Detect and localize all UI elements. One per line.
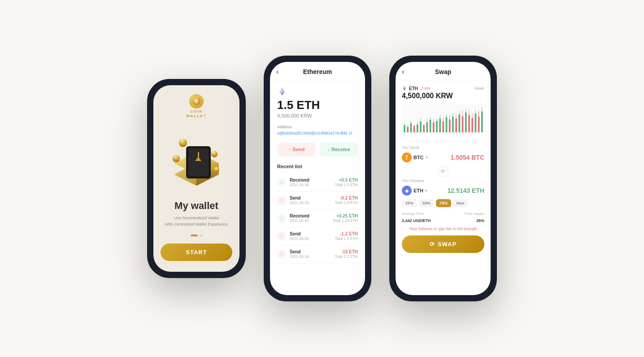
you-send-row: ₿ BTC ▾ 1.5054 BTC	[402, 152, 484, 162]
receive-amount: 12.5143 ETH	[448, 187, 485, 194]
wallet-subtitle: Use Decentralized Wallet With Centralize…	[165, 215, 228, 227]
btc-icon: ₿	[402, 152, 412, 162]
tx-sent-icon-4: ↑	[277, 232, 286, 241]
phones-container: COIN WALLET	[129, 38, 515, 319]
tx-total-4: Total 1.0 ETH	[335, 236, 358, 241]
tx-type-4: Send	[290, 231, 335, 236]
send-button[interactable]: ↑ Send	[277, 142, 316, 157]
svg-rect-42	[420, 122, 422, 132]
chart-section: ETH -2.4% Week 4,500,000 KRW	[402, 86, 484, 135]
svg-rect-80	[481, 112, 483, 132]
tx-amounts-3: +0.25 ETH Total 1.25 ETH	[333, 213, 358, 223]
eth-receive-icon: ◆	[402, 186, 412, 196]
swap-arrows: ⟳	[402, 166, 484, 177]
tx-info-3: Received 2021.05.25	[290, 213, 333, 223]
tx-amounts-4: -1.2 ETH Total 1.0 ETH	[335, 231, 358, 241]
dot-indicators	[191, 235, 202, 236]
tx-item-2: ↑ Send 2021.05.29 -0.2 ETH Total 1.0 ETH	[277, 192, 358, 209]
swap-exchange-icon[interactable]: ⟳	[438, 166, 448, 177]
percent-buttons: 25% 50% 75% Max	[402, 199, 484, 207]
svg-rect-72	[468, 115, 470, 132]
address-row: sdjfkdshfusdf1238dsfjii23:dfd834278:dfd8…	[277, 131, 358, 136]
you-receive-row: ◆ ETH ▾ 12.5143 ETH	[402, 186, 484, 196]
svg-rect-48	[430, 120, 431, 132]
svg-rect-70	[465, 113, 467, 132]
tx-item-3: ↓ Received 2021.05.25 +0.25 ETH Total 1.…	[277, 209, 358, 227]
svg-rect-60	[449, 119, 451, 132]
pct-50-button[interactable]: 50%	[419, 199, 434, 207]
tx-change-4: -1.2 ETH	[335, 231, 358, 236]
receive-token-select[interactable]: ◆ ETH ▾	[402, 186, 427, 196]
divider-1	[402, 140, 484, 141]
tx-total-5: Total 2.2 ETH	[335, 254, 358, 259]
eth-logo-icon	[277, 87, 287, 96]
phone-2: ‹ Ethereum 1.5 ETH 4,500,000 KRW	[264, 56, 371, 301]
pct-25-button[interactable]: 25%	[402, 199, 417, 207]
swap-screen: ‹ Swap ETH	[396, 62, 491, 295]
swap-header: ‹ Swap	[396, 62, 491, 80]
svg-point-21	[173, 155, 180, 161]
phone-2-screen: ‹ Ethereum 1.5 ETH 4,500,000 KRW	[270, 62, 365, 295]
price-impact-value: 35%	[476, 218, 484, 223]
tx-type-3: Received	[290, 213, 333, 218]
back-button[interactable]: ‹	[276, 68, 278, 76]
tx-amounts-5: -10 ETH Total 2.2 ETH	[335, 249, 358, 259]
eth-change-pct: -2.4%	[420, 86, 431, 91]
svg-rect-62	[452, 117, 454, 132]
tx-date-3: 2021.05.25	[290, 218, 333, 223]
receive-token-name: ETH	[413, 188, 423, 193]
address-text: sdjfkdshfusdf1238dsfjii23:dfd834278:dfd8	[277, 131, 347, 135]
send-token-select[interactable]: ₿ BTC ▾	[402, 152, 428, 162]
tx-type-1: Received	[290, 178, 335, 183]
receive-button[interactable]: ↓ Receive	[319, 142, 358, 157]
dot-active	[191, 235, 198, 236]
tx-type-2: Send	[290, 196, 335, 200]
tx-date-1: 2021.05.30	[290, 183, 335, 187]
pct-max-button[interactable]: Max	[453, 199, 468, 207]
tx-change-5: -10 ETH	[335, 249, 358, 254]
transaction-list: ↓ Received 2021.05.30 +0.5 ETH Total 1.5…	[277, 174, 358, 263]
swap-header-title: Swap	[435, 68, 452, 75]
svg-rect-38	[413, 126, 415, 132]
price-info: Average Price 2,442 USD/ETH Price Impact…	[402, 212, 484, 224]
tx-change-2: -0.2 ETH	[335, 196, 358, 200]
coin-logo-text: COIN WALLET	[187, 109, 207, 118]
wallet-illustration	[161, 122, 232, 200]
send-token-name: BTC	[413, 155, 424, 160]
copy-icon[interactable]: ⧉	[349, 131, 352, 136]
svg-rect-54	[439, 119, 441, 132]
tx-amounts-2: -0.2 ETH Total 1.0 ETH	[335, 196, 358, 205]
svg-rect-36	[410, 123, 412, 132]
week-label: Week	[474, 86, 484, 91]
svg-rect-66	[459, 114, 461, 132]
send-arrow-icon: ↑	[288, 147, 291, 152]
wallet-screen: COIN WALLET	[153, 85, 239, 272]
svg-rect-46	[426, 122, 428, 132]
svg-rect-74	[471, 118, 473, 132]
you-send-section: You Send ₿ BTC ▾ 1.5054 BTC	[402, 145, 484, 162]
tx-date-5: 2021.05.18	[290, 254, 335, 259]
start-button[interactable]: START	[161, 244, 232, 261]
swap-content: ETH -2.4% Week 4,500,000 KRW	[396, 80, 491, 295]
address-label: Address	[277, 125, 358, 129]
pct-75-button[interactable]: 75%	[436, 199, 451, 207]
price-impact-label: Price Impact	[465, 212, 484, 216]
tx-item-1: ↓ Received 2021.05.30 +0.5 ETH Total 1.5…	[277, 174, 358, 192]
svg-point-23	[214, 167, 219, 171]
eth-header: ‹ Ethereum	[270, 62, 365, 80]
tx-amounts-1: +0.5 ETH Total 1.5 ETH	[335, 178, 358, 187]
swap-button[interactable]: ⟳ SWAP	[402, 235, 484, 253]
coin-logo: COIN WALLET	[187, 94, 207, 118]
phone-3: ‹ Swap ETH	[389, 56, 497, 301]
you-send-label: You Send	[402, 145, 484, 150]
price-impact-item: Price Impact 35%	[465, 212, 484, 224]
tx-change-3: +0.25 ETH	[333, 213, 358, 218]
tx-total-2: Total 1.0 ETH	[335, 200, 358, 205]
swap-back-button[interactable]: ‹	[402, 68, 404, 76]
svg-rect-52	[436, 121, 438, 132]
svg-rect-56	[443, 122, 444, 132]
tx-date-4: 2021.05.20	[290, 236, 335, 241]
avg-price-label: Average Price	[402, 212, 431, 216]
candlestick-chart	[402, 104, 484, 135]
svg-rect-32	[404, 125, 405, 132]
